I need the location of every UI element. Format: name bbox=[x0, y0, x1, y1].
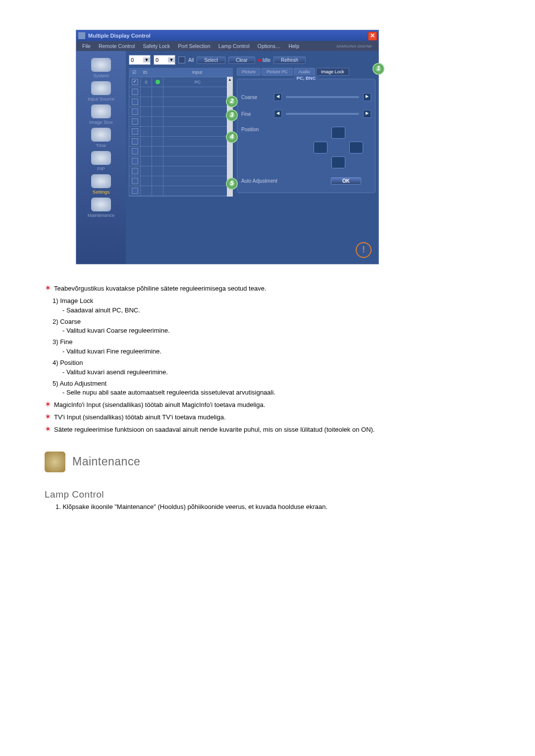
ok-button[interactable]: OK bbox=[331, 177, 361, 185]
item-5-title: 5) Auto Adjustment bbox=[53, 379, 490, 389]
item-3-title: 3) Fine bbox=[53, 338, 490, 347]
select-button[interactable]: Select bbox=[197, 56, 225, 64]
auto-adjustment-label: Auto Adjustment bbox=[241, 178, 327, 184]
row-input bbox=[163, 117, 232, 126]
fine-slider[interactable] bbox=[286, 113, 359, 115]
sidebar-label: Maintenance bbox=[88, 212, 114, 218]
row-status bbox=[152, 147, 163, 156]
table-row[interactable] bbox=[129, 107, 232, 117]
arrow-right-icon[interactable]: ▶ bbox=[363, 110, 371, 118]
tab-picture[interactable]: Picture bbox=[237, 68, 261, 76]
row-checkbox[interactable] bbox=[132, 188, 138, 194]
row-checkbox[interactable] bbox=[132, 79, 138, 85]
menu-file[interactable]: File bbox=[78, 43, 95, 49]
sidebar-label: PIP bbox=[97, 166, 105, 171]
table-row[interactable] bbox=[129, 156, 232, 166]
group-title: PC, BNC bbox=[293, 75, 319, 81]
row-input bbox=[163, 176, 232, 186]
all-checkbox[interactable] bbox=[178, 56, 185, 63]
table-row[interactable] bbox=[129, 87, 232, 97]
row-checkbox[interactable] bbox=[132, 168, 138, 174]
titlebar: Multiple Display Control ✕ bbox=[76, 30, 378, 41]
callout-3: 3 bbox=[226, 109, 238, 121]
row-id bbox=[141, 166, 152, 176]
sidebar-item-system[interactable]: System bbox=[76, 56, 126, 79]
row-checkbox[interactable] bbox=[132, 108, 138, 115]
menu-safety[interactable]: Safety Lock bbox=[139, 43, 174, 49]
row-input bbox=[163, 87, 232, 97]
row-input bbox=[163, 166, 232, 176]
app-icon bbox=[78, 32, 85, 39]
idle-label: Idle bbox=[258, 57, 270, 63]
dropdown-2[interactable]: 0▼ bbox=[154, 55, 175, 65]
table-row[interactable] bbox=[129, 186, 232, 196]
scroll-up-icon[interactable]: ▲ bbox=[227, 77, 233, 83]
row-id bbox=[141, 147, 152, 156]
row-checkbox[interactable] bbox=[132, 89, 138, 95]
grid-header: ☑ ID Input bbox=[129, 68, 233, 77]
pos-left-button[interactable] bbox=[314, 142, 327, 153]
table-row[interactable] bbox=[129, 176, 232, 186]
row-id bbox=[141, 127, 152, 136]
table-row[interactable] bbox=[129, 117, 232, 127]
star-icon: ✶ bbox=[45, 425, 51, 433]
arrow-left-icon[interactable]: ◀ bbox=[274, 93, 282, 101]
item-4-title: 4) Position bbox=[53, 358, 490, 368]
sidebar-item-maintenance[interactable]: Maintenance bbox=[76, 196, 126, 219]
sidebar-item-input-source[interactable]: Input Source bbox=[76, 79, 126, 102]
menu-help[interactable]: Help bbox=[284, 43, 303, 49]
dropdown-1[interactable]: 0▼ bbox=[129, 55, 151, 65]
menu-remote[interactable]: Remote Control bbox=[95, 43, 139, 49]
sidebar-item-pip[interactable]: PIP bbox=[76, 149, 126, 172]
row-checkbox[interactable] bbox=[132, 99, 138, 105]
table-row[interactable]: 0PC bbox=[129, 77, 232, 87]
row-input bbox=[163, 156, 232, 166]
note-tv: TV'i Input (sisendallikas) töötab ainult… bbox=[54, 413, 226, 422]
tab-picture-pc[interactable]: Picture PC bbox=[262, 68, 293, 76]
table-row[interactable] bbox=[129, 166, 232, 176]
menu-port[interactable]: Port Selection bbox=[174, 43, 214, 49]
row-status bbox=[152, 117, 163, 126]
table-row[interactable] bbox=[129, 97, 232, 107]
refresh-button[interactable]: Refresh bbox=[273, 56, 306, 64]
table-row[interactable] bbox=[129, 137, 232, 147]
position-label: Position bbox=[241, 127, 270, 132]
pc-bnc-group: PC, BNC Coarse ◀ ▶ Fine ◀ bbox=[237, 79, 375, 193]
tab-image-lock[interactable]: Image Lock bbox=[316, 68, 349, 76]
chevron-down-icon: ▼ bbox=[143, 57, 150, 62]
description: ✶Teabevõrgustikus kuvatakse põhiline sät… bbox=[45, 284, 490, 435]
sub-tabs: Picture Picture PC Audio Image Lock bbox=[237, 68, 375, 76]
close-icon[interactable]: ✕ bbox=[368, 32, 377, 41]
row-id bbox=[141, 137, 152, 146]
sidebar-item-image-size[interactable]: Image Size bbox=[76, 102, 126, 126]
row-checkbox[interactable] bbox=[132, 128, 138, 135]
row-checkbox[interactable] bbox=[132, 158, 138, 164]
tab-audio[interactable]: Audio bbox=[294, 68, 315, 76]
sidebar-label: Image Size bbox=[89, 119, 113, 125]
sidebar-item-settings[interactable]: Settings bbox=[76, 172, 126, 196]
menu-lamp[interactable]: Lamp Control bbox=[214, 43, 254, 49]
row-status bbox=[152, 77, 163, 87]
row-input bbox=[163, 97, 232, 106]
menu-options[interactable]: Options… bbox=[254, 43, 285, 49]
arrow-left-icon[interactable]: ◀ bbox=[274, 110, 282, 118]
table-row[interactable] bbox=[129, 127, 232, 137]
pos-down-button[interactable] bbox=[331, 156, 345, 168]
pos-up-button[interactable] bbox=[331, 127, 345, 139]
arrow-right-icon[interactable]: ▶ bbox=[363, 93, 371, 101]
row-checkbox[interactable] bbox=[132, 178, 138, 184]
brand-logo: SAMSUNG DIGITall bbox=[332, 44, 375, 49]
row-checkbox[interactable] bbox=[132, 138, 138, 145]
row-checkbox[interactable] bbox=[132, 148, 138, 154]
pos-right-button[interactable] bbox=[349, 142, 363, 153]
desc-text: Teabevõrgustikus kuvatakse põhiline säte… bbox=[54, 284, 267, 294]
coarse-slider[interactable] bbox=[286, 96, 359, 98]
row-status bbox=[152, 107, 163, 116]
row-status bbox=[152, 166, 163, 176]
sidebar-item-time[interactable]: Time bbox=[76, 126, 126, 149]
row-input: PC bbox=[163, 77, 232, 87]
item-5-sub: - Selle nupu abil saate automaatselt reg… bbox=[62, 388, 490, 398]
table-row[interactable] bbox=[129, 147, 232, 156]
clear-button[interactable]: Clear bbox=[228, 56, 255, 64]
row-checkbox[interactable] bbox=[132, 118, 138, 125]
